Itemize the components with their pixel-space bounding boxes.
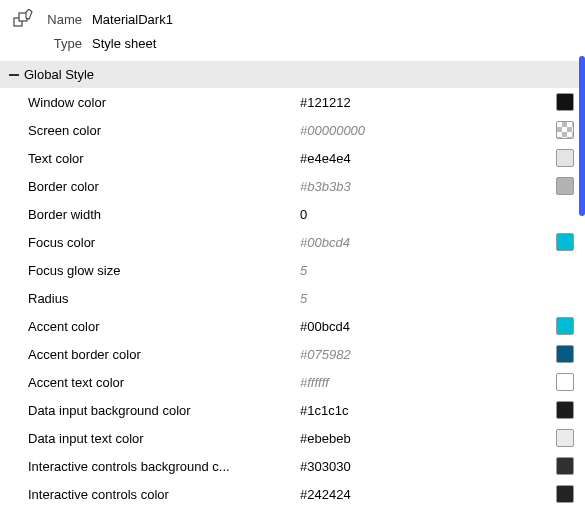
property-row[interactable]: Accent text color#ffffff [0, 368, 585, 396]
property-label: Border color [28, 179, 300, 194]
property-row[interactable]: Accent border color#075982 [0, 340, 585, 368]
swatch-cell [555, 485, 585, 503]
property-label: Screen color [28, 123, 300, 138]
property-value[interactable]: #b3b3b3 [300, 179, 555, 194]
property-label: Interactive controls color [28, 487, 300, 502]
property-row[interactable]: Focus glow size5 [0, 256, 585, 284]
property-label: Accent text color [28, 375, 300, 390]
property-label: Text color [28, 151, 300, 166]
swatch-cell [555, 429, 585, 447]
property-label: Window color [28, 95, 300, 110]
property-value[interactable]: #242424 [300, 487, 555, 502]
properties-list: Window color#121212Screen color#00000000… [0, 88, 585, 506]
group-title: Global Style [24, 67, 94, 82]
property-row[interactable]: Interactive controls color#242424 [0, 480, 585, 506]
property-row[interactable]: Accent color#00bcd4 [0, 312, 585, 340]
header-row-name: Name MaterialDark1 [4, 7, 581, 31]
property-row[interactable]: Window color#121212 [0, 88, 585, 116]
color-swatch[interactable] [556, 233, 574, 251]
swatch-cell [555, 345, 585, 363]
property-label: Radius [28, 291, 300, 306]
swatch-cell [555, 401, 585, 419]
property-label: Accent border color [28, 347, 300, 362]
color-swatch[interactable] [556, 121, 574, 139]
color-swatch[interactable] [556, 345, 574, 363]
property-label: Interactive controls background c... [28, 459, 300, 474]
vertical-scrollbar[interactable] [579, 56, 585, 216]
property-value[interactable]: #075982 [300, 347, 555, 362]
property-label: Accent color [28, 319, 300, 334]
name-value[interactable]: MaterialDark1 [92, 12, 173, 27]
swatch-cell [555, 373, 585, 391]
property-value[interactable]: #ebebeb [300, 431, 555, 446]
name-label: Name [42, 12, 92, 27]
color-swatch[interactable] [556, 373, 574, 391]
property-label: Focus color [28, 235, 300, 250]
color-swatch[interactable] [556, 485, 574, 503]
property-value[interactable]: 5 [300, 291, 555, 306]
property-value[interactable]: #e4e4e4 [300, 151, 555, 166]
property-row[interactable]: Screen color#00000000 [0, 116, 585, 144]
property-row[interactable]: Radius5 [0, 284, 585, 312]
property-value[interactable]: #121212 [300, 95, 555, 110]
property-row[interactable]: Text color#e4e4e4 [0, 144, 585, 172]
property-value[interactable]: 0 [300, 207, 555, 222]
property-value[interactable]: 5 [300, 263, 555, 278]
collapse-icon[interactable] [4, 69, 24, 81]
property-label: Focus glow size [28, 263, 300, 278]
property-label: Border width [28, 207, 300, 222]
color-swatch[interactable] [556, 177, 574, 195]
property-row[interactable]: Focus color#00bcd4 [0, 228, 585, 256]
property-value[interactable]: #00bcd4 [300, 319, 555, 334]
type-value: Style sheet [92, 36, 156, 51]
property-row[interactable]: Border width0 [0, 200, 585, 228]
type-label: Type [42, 36, 92, 51]
header-row-type: Type Style sheet [4, 31, 581, 55]
color-swatch[interactable] [556, 317, 574, 335]
property-value[interactable]: #303030 [300, 459, 555, 474]
property-value[interactable]: #00000000 [300, 123, 555, 138]
property-row[interactable]: Data input background color#1c1c1c [0, 396, 585, 424]
property-value[interactable]: #ffffff [300, 375, 555, 390]
color-swatch[interactable] [556, 457, 574, 475]
property-row[interactable]: Data input text color#ebebeb [0, 424, 585, 452]
property-value[interactable]: #1c1c1c [300, 403, 555, 418]
property-row[interactable]: Interactive controls background c...#303… [0, 452, 585, 480]
swatch-cell [555, 317, 585, 335]
property-label: Data input background color [28, 403, 300, 418]
object-header: Name MaterialDark1 Type Style sheet [0, 0, 585, 61]
property-value[interactable]: #00bcd4 [300, 235, 555, 250]
property-label: Data input text color [28, 431, 300, 446]
swatch-cell [555, 233, 585, 251]
color-swatch[interactable] [556, 429, 574, 447]
stylesheet-icon [4, 9, 42, 29]
property-row[interactable]: Border color#b3b3b3 [0, 172, 585, 200]
color-swatch[interactable] [556, 401, 574, 419]
swatch-cell [555, 457, 585, 475]
color-swatch[interactable] [556, 93, 574, 111]
color-swatch[interactable] [556, 149, 574, 167]
group-header-global-style[interactable]: Global Style [0, 61, 585, 88]
